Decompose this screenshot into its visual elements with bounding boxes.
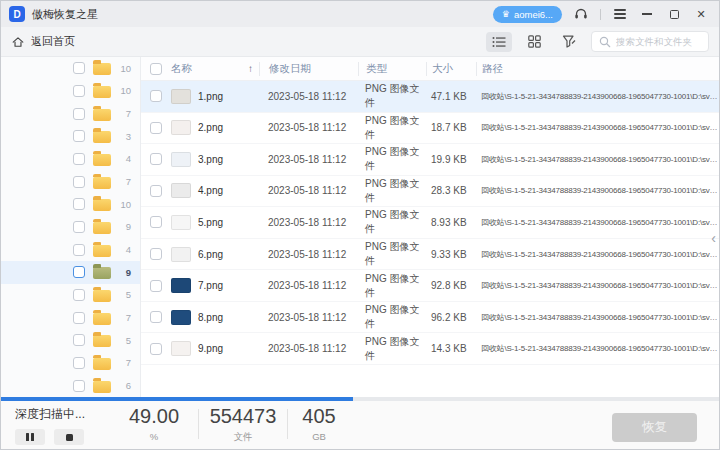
file-row[interactable]: 7.png 2023-05-18 11:12 PNG 图像文件 92.8 KB … — [141, 270, 719, 302]
minimize-button[interactable] — [639, 6, 655, 22]
file-row[interactable]: 2.png 2023-05-18 11:12 PNG 图像文件 18.7 KB … — [141, 113, 719, 145]
maximize-button[interactable] — [666, 6, 682, 22]
folder-tree-item[interactable]: 4 — [1, 238, 140, 261]
folder-tree-item[interactable]: 4 — [1, 148, 140, 171]
file-type: PNG 图像文件 — [358, 114, 426, 142]
file-row[interactable]: 6.png 2023-05-18 11:12 PNG 图像文件 9.33 KB … — [141, 239, 719, 271]
recover-button[interactable]: 恢复 — [612, 413, 697, 442]
file-size: 28.3 KB — [426, 185, 476, 196]
file-size: 14.3 KB — [426, 343, 476, 354]
file-row[interactable]: 5.png 2023-05-18 11:12 PNG 图像文件 8.93 KB … — [141, 207, 719, 239]
file-type: PNG 图像文件 — [358, 177, 426, 205]
folder-checkbox[interactable] — [73, 153, 85, 165]
select-all-checkbox[interactable] — [150, 63, 162, 75]
file-size: 47.1 KB — [426, 91, 476, 102]
file-checkbox[interactable] — [150, 343, 162, 355]
column-header-type[interactable]: 类型 — [358, 62, 426, 76]
file-checkbox[interactable] — [150, 280, 162, 292]
folder-checkbox[interactable] — [73, 176, 85, 188]
file-path: 回收站\S-1-5-21-3434788839-2143900668-19650… — [476, 185, 719, 196]
folder-checkbox[interactable] — [73, 289, 85, 301]
file-checkbox[interactable] — [150, 185, 162, 197]
file-name: 7.png — [198, 280, 223, 291]
folder-checkbox[interactable] — [73, 266, 85, 278]
file-row[interactable]: 4.png 2023-05-18 11:12 PNG 图像文件 28.3 KB … — [141, 176, 719, 208]
file-checkbox[interactable] — [150, 311, 162, 323]
folder-tree-item[interactable]: 9 — [1, 261, 140, 284]
back-home-button[interactable]: 返回首页 — [11, 34, 75, 49]
file-date: 2023-05-18 11:12 — [259, 122, 358, 133]
folder-tree-item[interactable]: 7 — [1, 170, 140, 193]
folder-checkbox[interactable] — [73, 62, 85, 74]
folder-tree-item[interactable]: 7 — [1, 102, 140, 125]
column-header-date[interactable]: 修改日期 — [259, 62, 358, 76]
stat-size-unit: GB — [312, 431, 326, 442]
folder-tree-item[interactable]: 9 — [1, 216, 140, 239]
column-header-path[interactable]: 路径 — [476, 62, 719, 76]
folder-tree-item[interactable]: 7 — [1, 306, 140, 329]
file-thumbnail — [171, 120, 191, 135]
column-header-name[interactable]: 名称 ↑ — [171, 62, 259, 76]
folder-tree-item[interactable]: 5 — [1, 284, 140, 307]
close-button[interactable]: ✕ — [693, 6, 709, 22]
account-badge-label: aomei6... — [514, 9, 553, 20]
sort-ascending-icon[interactable]: ↑ — [248, 63, 253, 74]
file-checkbox[interactable] — [150, 90, 162, 102]
account-badge-button[interactable]: ♛ aomei6... — [493, 6, 562, 23]
file-row[interactable]: 9.png 2023-05-18 11:12 PNG 图像文件 14.3 KB … — [141, 333, 719, 365]
file-type: PNG 图像文件 — [358, 303, 426, 331]
file-list-panel: 名称 ↑ 修改日期 类型 大小 路径 1.png 2023-05-18 11:1… — [141, 57, 719, 397]
column-header-size[interactable]: 大小 — [426, 62, 476, 76]
file-thumbnail — [171, 215, 191, 230]
folder-tree-item[interactable]: 6 — [1, 374, 140, 397]
folder-checkbox[interactable] — [73, 221, 85, 233]
file-size: 92.8 KB — [426, 280, 476, 291]
folder-file-count: 10 — [120, 85, 131, 96]
folder-checkbox[interactable] — [73, 85, 85, 97]
folder-tree-item[interactable]: 10 — [1, 57, 140, 80]
folder-tree-item[interactable]: 10 — [1, 193, 140, 216]
stat-progress-value: 49.00 — [129, 405, 179, 428]
folder-checkbox[interactable] — [73, 334, 85, 346]
file-thumbnail — [171, 152, 191, 167]
file-checkbox[interactable] — [150, 153, 162, 165]
folder-checkbox[interactable] — [73, 244, 85, 256]
list-view-button[interactable] — [486, 32, 512, 52]
file-checkbox[interactable] — [150, 216, 162, 228]
file-row[interactable]: 3.png 2023-05-18 11:12 PNG 图像文件 19.9 KB … — [141, 144, 719, 176]
search-input[interactable] — [616, 36, 701, 47]
folder-checkbox[interactable] — [73, 130, 85, 142]
folder-checkbox[interactable] — [73, 312, 85, 324]
folder-checkbox[interactable] — [73, 198, 85, 210]
folder-icon — [93, 199, 111, 211]
folder-checkbox[interactable] — [73, 380, 85, 392]
file-type: PNG 图像文件 — [358, 208, 426, 236]
folder-tree-item[interactable]: 3 — [1, 125, 140, 148]
file-date: 2023-05-18 11:12 — [259, 185, 358, 196]
folder-tree-item[interactable]: 10 — [1, 80, 140, 103]
support-headset-icon[interactable] — [573, 6, 589, 22]
folder-file-count: 7 — [126, 108, 131, 119]
folder-icon — [93, 154, 111, 166]
file-checkbox[interactable] — [150, 248, 162, 260]
grid-view-button[interactable] — [521, 32, 547, 52]
pause-scan-button[interactable] — [15, 429, 45, 445]
folder-file-count: 3 — [126, 131, 131, 142]
menu-icon[interactable] — [612, 6, 628, 22]
file-row[interactable]: 1.png 2023-05-18 11:12 PNG 图像文件 47.1 KB … — [141, 81, 719, 113]
folder-file-count: 5 — [126, 289, 131, 300]
folder-tree-item[interactable]: 7 — [1, 352, 140, 375]
folder-checkbox[interactable] — [73, 357, 85, 369]
titlebar-divider — [600, 9, 601, 20]
file-path: 回收站\S-1-5-21-3434788839-2143900668-19650… — [476, 280, 719, 291]
file-row[interactable]: 8.png 2023-05-18 11:12 PNG 图像文件 96.2 KB … — [141, 302, 719, 334]
folder-checkbox[interactable] — [73, 108, 85, 120]
folder-tree-item[interactable]: 5 — [1, 329, 140, 352]
folder-icon — [93, 63, 111, 75]
search-box — [591, 31, 709, 52]
stop-scan-button[interactable] — [54, 429, 84, 445]
toolbar: 返回首页 — [1, 27, 719, 57]
filter-button[interactable] — [556, 32, 582, 52]
collapse-panel-chevron[interactable]: ‹ — [709, 227, 718, 249]
file-checkbox[interactable] — [150, 122, 162, 134]
